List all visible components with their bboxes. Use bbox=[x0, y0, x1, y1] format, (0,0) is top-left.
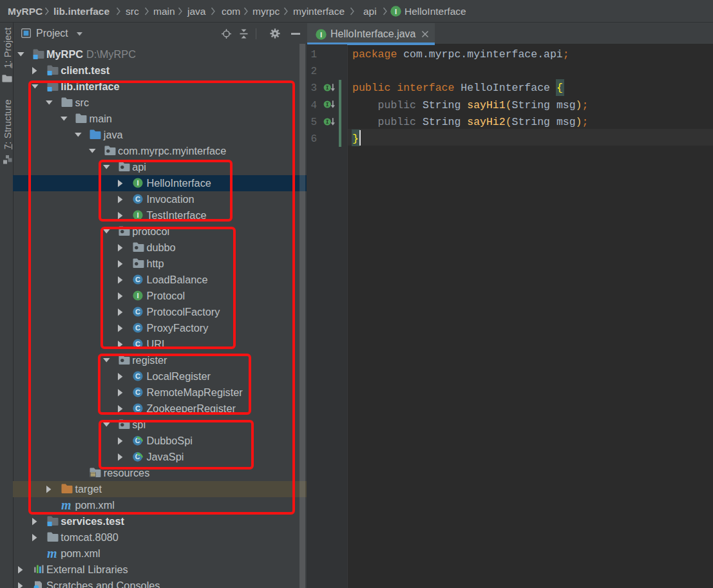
svg-text:m: m bbox=[47, 548, 57, 559]
svg-text:I: I bbox=[319, 31, 321, 39]
svg-text:I: I bbox=[395, 8, 397, 15]
